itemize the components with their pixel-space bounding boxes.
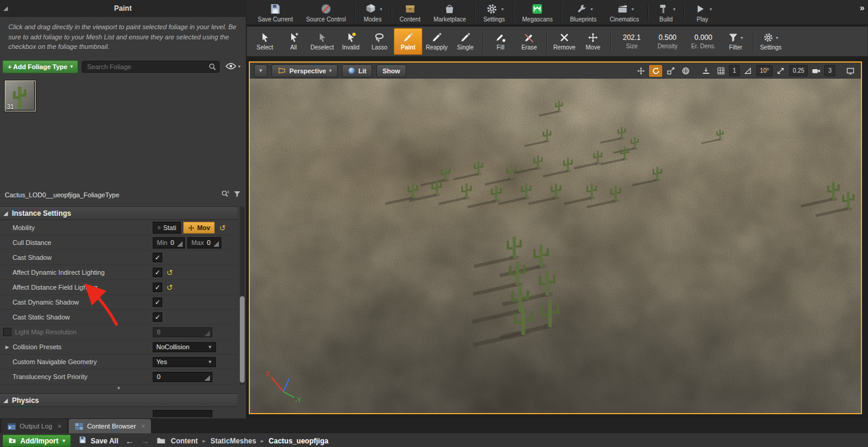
tool-fill[interactable]: Fill — [486, 28, 515, 55]
rotation-snap-icon[interactable] — [742, 65, 755, 77]
expander-icon[interactable]: ▶ — [5, 344, 9, 350]
perspective-button[interactable]: Perspective ▾ — [271, 64, 338, 77]
search-foliage-input[interactable] — [82, 61, 220, 73]
chevron-down-icon[interactable]: ▾ — [591, 7, 593, 12]
lit-button[interactable]: Lit — [342, 64, 372, 77]
breadcrumb-item-staticmeshes[interactable]: StaticMeshes — [211, 437, 257, 445]
rotate-gizmo-icon[interactable] — [649, 65, 662, 77]
custom-navigable-geometry-dropdown[interactable]: Yes▼ — [153, 357, 216, 367]
viewport[interactable]: ▼ Perspective ▾ Lit Show 1 — [249, 61, 862, 414]
tab-content-browser[interactable]: Content Browser× — [69, 419, 151, 433]
translate-gizmo-icon[interactable] — [634, 65, 647, 77]
foliage-thumbnail-cactus[interactable]: 31 — [5, 80, 36, 111]
cast-shadow-checkbox[interactable]: ✓ — [153, 253, 162, 262]
tool-invalid[interactable]: Invalid — [336, 28, 365, 55]
toolbar-button-source-control[interactable]: Source Control — [299, 0, 353, 24]
affect-dynamic-indirect-lighting-checkbox[interactable]: ✓ — [153, 268, 162, 277]
toolbar-button-content[interactable]: Content — [393, 0, 427, 24]
chevron-down-icon[interactable]: ▾ — [709, 7, 712, 12]
view-options-button[interactable]: ▾ — [223, 61, 243, 72]
close-icon[interactable]: × — [141, 423, 145, 430]
cast-static-shadow-checkbox[interactable]: ✓ — [153, 312, 162, 322]
show-button[interactable]: Show — [376, 64, 406, 77]
chevron-down-icon[interactable]: ▾ — [501, 7, 503, 12]
add-foliage-type-button[interactable]: + Add Foliage Type ▾ — [2, 60, 78, 73]
rotation-snap-value[interactable]: 10° — [756, 65, 773, 76]
tool-single[interactable]: Single — [451, 28, 480, 55]
close-icon[interactable]: × — [57, 423, 61, 430]
toolbar-button-modes[interactable]: ▾Modes — [357, 0, 389, 24]
surface-snap-icon[interactable] — [699, 65, 712, 77]
reset-to-default-icon[interactable]: ↺ — [219, 224, 226, 232]
toolbar-button-settings[interactable]: ▾Settings — [477, 0, 511, 24]
tool-lasso[interactable]: Lasso — [365, 28, 394, 55]
physics-partial-widget — [153, 410, 199, 417]
toolbar-button-build[interactable]: ▾Build — [650, 0, 682, 24]
scale-gizmo-icon[interactable] — [664, 65, 677, 77]
viewport-options-button[interactable]: ▼ — [254, 64, 267, 77]
translucency-sort-priority-input[interactable]: 0 — [153, 372, 212, 382]
scrollbar-thumb[interactable] — [240, 296, 245, 383]
toolbar-button-marketplace[interactable]: Marketplace — [427, 0, 472, 24]
drag-handle-icon[interactable] — [214, 239, 219, 247]
camera-speed-value[interactable]: 3 — [824, 65, 835, 76]
tool-move[interactable]: Move — [579, 28, 607, 55]
tool-remove[interactable]: Remove — [550, 28, 579, 55]
back-button[interactable]: ← — [125, 436, 134, 446]
field-size[interactable]: 202.1Size — [614, 33, 650, 49]
field-density[interactable]: 0.500Density — [650, 33, 685, 49]
tool-erase[interactable]: Erase — [515, 28, 543, 55]
tool-paint-active[interactable]: Paint — [394, 28, 422, 55]
panel-expander-icon[interactable]: ◢ — [4, 5, 8, 11]
grid-snap-icon[interactable] — [714, 65, 727, 77]
camera-speed-icon[interactable] — [810, 65, 823, 77]
mobility-static-button[interactable]: ○Stati — [153, 222, 181, 234]
tool-all[interactable]: All — [279, 28, 308, 55]
filter-settings-icon[interactable] — [233, 190, 241, 200]
reset-to-default-icon[interactable]: ↺ — [166, 269, 173, 277]
collision-presets-dropdown[interactable]: NoCollision▼ — [153, 342, 216, 352]
max-value-input[interactable]: Max0 — [187, 237, 221, 249]
grid-size-value[interactable]: 1 — [729, 65, 740, 76]
marketplace-icon — [442, 3, 457, 15]
tab-output-log[interactable]: Output Log× — [1, 419, 67, 433]
tool-settings[interactable]: ▾Settings — [756, 28, 785, 55]
drag-handle-icon[interactable] — [177, 239, 183, 247]
section-instance-settings[interactable]: ◢ Instance Settings — [0, 206, 237, 220]
world-local-toggle-icon[interactable] — [679, 65, 692, 77]
toolbar-button-save-current[interactable]: Save Current — [251, 0, 299, 24]
save-all-button[interactable]: Save All — [78, 436, 118, 446]
toolbar-overflow-icon[interactable]: » — [860, 3, 864, 13]
override-checkbox[interactable] — [3, 328, 11, 336]
reset-to-default-icon[interactable]: ↺ — [166, 284, 173, 291]
breadcrumb-item-cactus-ueopfjiga[interactable]: Cactus_ueopfjiga — [268, 437, 328, 445]
chevron-down-icon[interactable]: ▾ — [380, 7, 382, 12]
expand-more-icon[interactable]: ▼ — [0, 386, 237, 391]
tool-reapply[interactable]: Reapply — [422, 28, 451, 55]
toolbar-button-play[interactable]: ▾Play — [686, 0, 718, 24]
field-er-dens[interactable]: 0.000Er. Dens. — [685, 33, 721, 49]
maximize-viewport-icon[interactable] — [844, 65, 857, 77]
tool-filter[interactable]: ▾Filter — [721, 28, 750, 55]
drag-handle-icon[interactable] — [205, 373, 210, 381]
scale-snap-value[interactable]: 0.25 — [789, 65, 808, 76]
viewport-scene[interactable]: X -Y — [250, 79, 861, 413]
toolbar-button-megascans[interactable]: Megascans — [515, 0, 559, 24]
toolbar-button-cinematics[interactable]: ▾Cinematics — [603, 0, 645, 24]
cast-dynamic-shadow-checkbox[interactable]: ✓ — [153, 297, 162, 307]
affect-distance-field-lighting-checkbox[interactable]: ✓ — [153, 283, 162, 292]
chevron-down-icon: ▼ — [208, 344, 212, 350]
search-details-icon[interactable] — [221, 190, 230, 200]
toolbar-button-blueprints[interactable]: ▾Blueprints — [563, 0, 603, 24]
tool-deselect[interactable]: Deselect — [308, 28, 336, 55]
mobility-movable-button[interactable]: Mov — [183, 222, 215, 234]
breadcrumb-item-content[interactable]: Content — [171, 437, 197, 445]
chevron-down-icon[interactable]: ▾ — [673, 7, 675, 12]
add-import-button[interactable]: Add/Import ▾ — [2, 434, 71, 447]
tool-select[interactable]: Select — [251, 28, 279, 55]
min-value-input[interactable]: Min0 — [153, 237, 185, 249]
section-physics[interactable]: ◢ Physics — [0, 393, 237, 407]
chevron-down-icon[interactable]: ▾ — [632, 7, 634, 12]
scale-snap-icon[interactable] — [774, 65, 787, 77]
forward-button[interactable]: → — [141, 436, 149, 446]
